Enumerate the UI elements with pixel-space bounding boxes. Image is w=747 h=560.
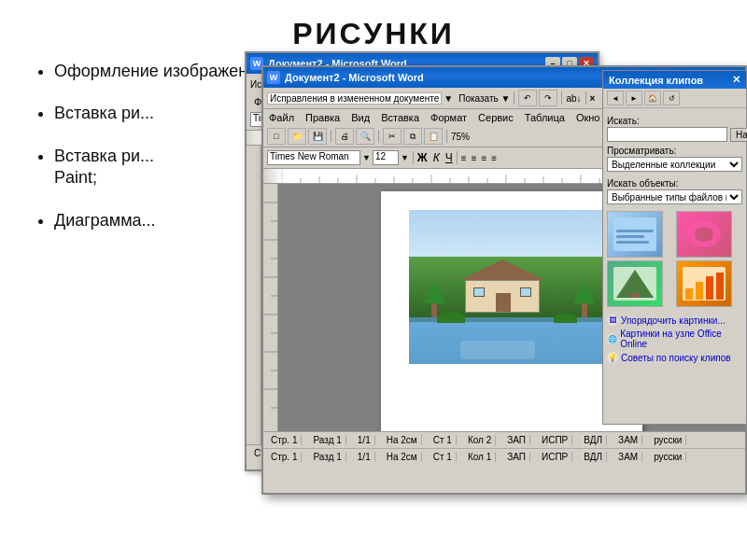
clip-search-button[interactable]: Начать: [730, 128, 747, 142]
house-window-left: [473, 287, 485, 297]
menu-edit[interactable]: Правка: [303, 112, 342, 123]
status-zam2: ЗАМ: [614, 452, 642, 462]
btn-save[interactable]: 💾: [308, 128, 327, 145]
clip-link-label-1: Упорядочить картинки...: [621, 315, 726, 326]
status-vdl: ВДЛ: [580, 435, 607, 445]
toolbar-undo[interactable]: ↶: [518, 90, 537, 106]
toolbar-divider-3: [585, 91, 586, 105]
clip-panel-close[interactable]: ✕: [732, 74, 740, 86]
italic-btn[interactable]: К: [433, 151, 440, 164]
div-f2: [457, 151, 458, 164]
clip-art-panel: Коллекция клипов ✕ ◄ ► 🏠 ↺ Искать: Начат…: [602, 70, 747, 425]
menu-format[interactable]: Формат: [429, 112, 469, 123]
house-window-right: [520, 287, 531, 297]
type-label: Искать объекты:: [607, 178, 742, 189]
status-vdl2: ВДЛ: [580, 452, 607, 462]
menu-window[interactable]: Окно: [574, 112, 602, 123]
btn-open[interactable]: 📁: [288, 128, 306, 145]
status-bar-row1: Стр. 1 Разд 1 1/1 На 2см Ст 1 Кол 2 ЗАП …: [263, 431, 745, 448]
underline-btn[interactable]: Ч: [445, 151, 453, 164]
menu-tools[interactable]: Сервис: [476, 112, 515, 123]
clip-thumb-3[interactable]: [607, 260, 663, 307]
browse-dropdown[interactable]: Выделенные коллекции: [607, 157, 742, 172]
btn-paste[interactable]: 📋: [424, 128, 443, 145]
bold-btn[interactable]: Ж: [417, 151, 428, 164]
svg-rect-36: [616, 230, 654, 232]
tracking-dropdown[interactable]: Исправления в измененном документе: [267, 92, 442, 105]
btn-print[interactable]: 🖨: [335, 128, 354, 145]
status-pos-r2: На 2см: [383, 452, 422, 462]
status-page-r2: Стр. 1: [267, 452, 302, 462]
clip-link-label-3: Советы по поиску клипов: [621, 353, 731, 363]
svg-rect-48: [716, 273, 724, 300]
status-pos-r1: На 2см: [383, 435, 422, 445]
clip-btn-home[interactable]: 🏠: [644, 91, 661, 105]
clip-panel-body: Искать: Начать Просматривать: Выделенные…: [603, 108, 746, 370]
status-lang: русски: [650, 435, 686, 445]
svg-rect-46: [696, 282, 703, 300]
doc-image: [409, 210, 614, 364]
house-body: [465, 280, 540, 313]
type-dropdown[interactable]: Выбранные типы файлов нуль: [607, 189, 742, 204]
status-zam: ЗАМ: [614, 435, 642, 445]
clip-panel-title-text: Коллекция клипов: [609, 75, 703, 86]
status-section-r2: Разд 1: [309, 452, 345, 462]
clip-panel-title: Коллекция клипов ✕: [603, 71, 746, 89]
browse-label: Просматривать:: [607, 146, 742, 156]
svg-rect-38: [616, 241, 649, 244]
div-1: [331, 130, 331, 143]
status-ispr2: ИСПР: [538, 452, 572, 462]
menu-insert[interactable]: Вставка: [379, 112, 421, 123]
menu-table[interactable]: Таблица: [523, 112, 567, 123]
clip-links: 🖼 Упорядочить картинки... 🌐 Картинки на …: [607, 315, 742, 363]
search-input-row: Начать: [607, 127, 742, 142]
btn-cut[interactable]: ✂: [383, 128, 402, 145]
div-f1: [413, 151, 414, 164]
align-justify[interactable]: ≡: [491, 153, 497, 163]
clip-toolbar: ◄ ► 🏠 ↺: [603, 89, 746, 108]
house: [465, 266, 540, 313]
svg-rect-47: [706, 276, 713, 300]
status-line-r1: Ст 1: [430, 435, 457, 445]
align-center[interactable]: ≡: [472, 153, 477, 163]
clip-search-input[interactable]: [607, 127, 727, 142]
clip-thumb-4[interactable]: [676, 260, 732, 307]
v-ruler: [263, 184, 278, 431]
btn-preview[interactable]: 🔍: [356, 128, 374, 145]
font-selector[interactable]: Times New Roman: [267, 150, 360, 165]
clip-link-2[interactable]: 🌐 Картинки на узле Office Online: [607, 329, 742, 349]
clip-thumb-2[interactable]: [676, 211, 732, 258]
house-door: [496, 293, 511, 312]
status-section-r1: Разд 1: [309, 435, 345, 445]
svg-rect-37: [616, 235, 644, 238]
btn-copy[interactable]: ⧉: [403, 128, 422, 145]
toolbar-redo[interactable]: ↷: [539, 90, 557, 106]
status-col-r1: Кол 2: [464, 435, 496, 445]
clip-link-icon-2: 🌐: [607, 333, 617, 344]
btn-new[interactable]: □: [267, 128, 286, 145]
svg-rect-35: [613, 217, 656, 251]
font-size[interactable]: 12: [373, 150, 399, 165]
menu-view[interactable]: Вид: [349, 112, 372, 123]
status-line-r2: Ст 1: [430, 452, 457, 462]
clip-link-3[interactable]: 💡 Советы по поиску клипов: [607, 352, 742, 363]
clip-thumb-1[interactable]: [607, 211, 663, 258]
status-bar-row2: Стр. 1 Разд 1 1/1 На 2см Ст 1 Кол 1 ЗАП …: [263, 448, 745, 465]
window-title: Документ2 - Microsoft Word: [285, 72, 424, 83]
clip-btn-back[interactable]: ◄: [607, 91, 624, 105]
align-left[interactable]: ≡: [461, 153, 467, 163]
house-roof: [460, 259, 544, 280]
tree-right: [573, 283, 596, 317]
status-zap: ЗАП: [503, 435, 530, 445]
toolbar-divider-2: [561, 91, 562, 105]
clip-btn-forward[interactable]: ►: [626, 91, 642, 105]
svg-rect-45: [685, 288, 693, 300]
clip-btn-refresh[interactable]: ↺: [663, 91, 680, 105]
status-pages-r2: 1/1: [354, 452, 375, 462]
menu-file[interactable]: Файл: [267, 112, 296, 123]
status-lang2: русски: [650, 452, 686, 462]
clip-link-label-2: Картинки на узле Office Online: [620, 329, 742, 349]
align-right[interactable]: ≡: [481, 153, 486, 163]
reflection: [460, 341, 535, 359]
clip-link-1[interactable]: 🖼 Упорядочить картинки...: [607, 315, 742, 326]
